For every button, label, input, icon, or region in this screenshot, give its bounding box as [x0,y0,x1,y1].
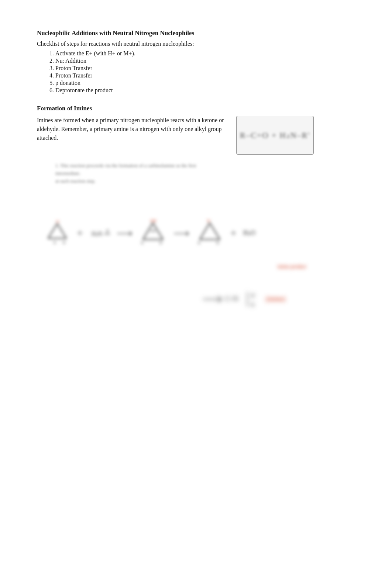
formation-title: Formation of Imines [37,105,355,112]
diagram-placeholder: R–C=O + H₂N–R' [237,116,313,154]
svg-text:R: R [141,241,144,245]
svg-text:C=N: C=N [225,295,238,303]
lower-reaction-area: C=N R' R (imine) [37,277,310,321]
svg-text:R: R [106,228,109,233]
blurred-text-content: 1. This reaction proceeds via the format… [55,163,196,184]
section-imines: Formation of Imines Imines are formed wh… [37,105,355,321]
checklist-item-5: p donation [55,80,355,86]
svg-text:NH: NH [150,229,155,233]
svg-text:O: O [56,220,59,224]
diagram-content: R–C=O + H₂N–R' [240,131,310,140]
section-nucleophilic: Nucleophilic Additions with Neutral Nitr… [37,30,355,94]
svg-line-17 [210,223,220,239]
svg-text:R: R [54,241,56,245]
svg-text:R: R [198,241,200,245]
water-label: H₂O [243,229,255,237]
section-title-nucleophilic: Nucleophilic Additions with Neutral Nitr… [37,30,355,37]
reaction-diagram-large: O R R' + H₂N R ⟶ [37,189,310,277]
red-annotation: imine product [278,264,306,270]
reaction-arrow-2: ⟶ [173,227,189,239]
chem-struct-2: H₂N R [90,223,110,243]
formation-description: Imines are formed when a primary nitroge… [37,116,229,142]
svg-line-0 [48,224,57,238]
svg-text:OH: OH [150,219,156,223]
svg-line-24 [218,299,221,302]
chem-struct-3: OH R R' NH [139,219,167,247]
svg-text:R': R' [63,241,66,245]
svg-line-23 [218,296,221,299]
svg-text:N: N [207,219,210,223]
blurred-reaction-content: O R R' + H₂N R ⟶ [37,189,310,277]
checklist-item-2: Nu: Addition [55,58,355,64]
checklist-item-4: Proton Transfer [55,72,355,79]
svg-line-16 [200,223,210,239]
chem-struct-4: N R R' [196,219,224,247]
checklist-item-3: Proton Transfer [55,65,355,72]
plus-sign-1: + [77,227,83,239]
svg-text:R': R' [159,241,163,245]
checklist-list: Activate the E+ (with H+ or M+). Nu: Add… [37,50,355,94]
svg-text:R: R [251,302,255,308]
checklist-item-6: Deprotonate the product [55,87,355,94]
bottom-empty-space [37,321,355,543]
blurred-sub-text: 1. This reaction proceeds via the format… [55,162,210,185]
checklist-intro: Checklist of steps for reactions with ne… [37,41,355,47]
svg-text:R': R' [251,293,255,299]
reaction-diagram-small: R–C=O + H₂N–R' [236,116,314,155]
chem-struct-1: O R R' [44,220,70,246]
plus-sign-2: + [230,227,237,239]
svg-text:H₂N: H₂N [92,231,103,237]
reaction-arrow-1: ⟶ [117,227,133,239]
checklist-item-1: Activate the E+ (with H+ or M+). [55,50,355,57]
content-row: Imines are formed when a primary nitroge… [37,116,355,155]
svg-text:(imine): (imine) [266,295,285,303]
svg-text:R': R' [216,241,220,245]
svg-line-1 [57,224,66,238]
page-container: Nucleophilic Additions with Neutral Nitr… [0,0,392,572]
